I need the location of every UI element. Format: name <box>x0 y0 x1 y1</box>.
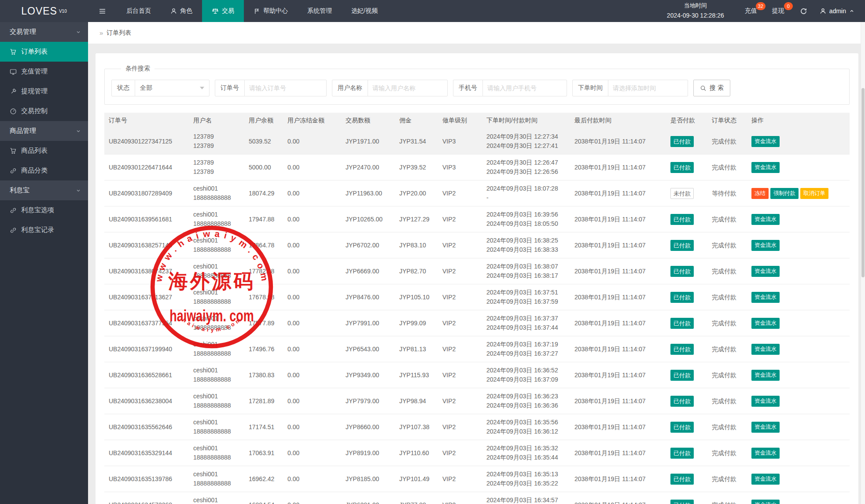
order-id-cell: UB2409031635562646 <box>104 414 189 440</box>
phone-text: 18888888888 <box>193 401 240 410</box>
funds-flow-button[interactable]: 资金流水 <box>751 474 780 485</box>
payment-status-badge: 已付款 <box>670 344 694 355</box>
user-balance-cell: 17577.89 <box>244 310 283 336</box>
funds-flow-button[interactable]: 资金流水 <box>751 500 780 504</box>
last-pay-time-cell: 2038年01月19日 11:14:07 <box>570 492 666 504</box>
user-balance-cell: 17063.91 <box>244 440 283 466</box>
user-balance-cell: 17174.51 <box>244 414 283 440</box>
funds-flow-button[interactable]: 资金流水 <box>751 162 780 173</box>
force-pay-button[interactable]: 强制付款 <box>770 188 799 199</box>
column-header: 下单时间/付款时间 <box>482 113 570 129</box>
sidebar-item-interest-options[interactable]: 利息宝选项 <box>0 200 88 220</box>
sidebar-item-withdraw-management[interactable]: 提现管理 <box>0 81 88 101</box>
funds-flow-button[interactable]: 资金流水 <box>751 396 780 407</box>
nav-item-dashboard[interactable]: 后台首页 <box>117 0 161 22</box>
order-time-cell: 2024年09月03日 16:34:572024年09月03日 16:35:05 <box>482 492 570 504</box>
user-balance-cell: 17678.98 <box>244 284 283 310</box>
table-row: UB2409031638257148ceshi00118888888888178… <box>104 232 850 258</box>
order-list-card: 条件搜索 状态 全部 订单号 用户名称 手 <box>96 53 858 504</box>
last-pay-time-cell: 2038年01月19日 11:14:07 <box>570 466 666 492</box>
funds-flow-button[interactable]: 资金流水 <box>751 448 780 459</box>
freeze-button[interactable]: 冻结 <box>751 188 769 199</box>
vip-level-cell: VIP2 <box>438 440 482 466</box>
funds-flow-button[interactable]: 资金流水 <box>751 344 780 355</box>
order-time-text: 2024年09月03日 16:34:57 <box>486 496 566 504</box>
sidebar-item-trade-control[interactable]: 交易控制 <box>0 101 88 121</box>
order-no-input[interactable] <box>245 80 326 96</box>
order-time-text: 2024年09月03日 16:37:37 <box>486 314 566 323</box>
order-no-filter-label: 订单号 <box>215 80 245 96</box>
funds-flow-button[interactable]: 资金流水 <box>751 292 780 303</box>
sidebar-toggle-button[interactable] <box>88 0 117 22</box>
table-row: UB2409031807289409ceshi00118888888888180… <box>104 180 850 206</box>
nav-item-system[interactable]: 系统管理 <box>298 0 342 22</box>
order-id-cell: UB2409301226471644 <box>104 155 189 180</box>
nav-item-roles[interactable]: 角色 <box>161 0 202 22</box>
trade-amount-cell: JYP9349.00 <box>341 362 395 388</box>
search-button[interactable]: 搜 索 <box>693 80 730 96</box>
pay-time-text: 2024年09月30日 12:27:41 <box>486 141 566 151</box>
vip-level-cell: VIP2 <box>438 336 482 362</box>
sidebar-item-label: 订单列表 <box>21 48 48 56</box>
username-text: ceshi001 <box>193 184 240 193</box>
username-text: ceshi001 <box>193 340 240 349</box>
order-status-cell: 完成付款 <box>707 362 747 388</box>
frozen-amount-cell: 0.00 <box>283 440 341 466</box>
nav-item-video[interactable]: 选妃/视频 <box>342 0 387 22</box>
sidebar-item-product-category[interactable]: 商品分类 <box>0 161 88 180</box>
table-row: UB2409031634572368ceshi00118888888888168… <box>104 492 850 504</box>
sidebar-group-interest-treasure[interactable]: 利息宝 <box>0 180 88 200</box>
username-text: ceshi001 <box>193 418 240 427</box>
nav-item-help[interactable]: 帮助中心 <box>244 0 298 22</box>
status-select[interactable]: 全部 <box>135 80 209 96</box>
topbar: LOVESV10 后台首页 角色 交易 帮助中心 系统管理 选妃/视频 当地时间… <box>0 0 865 22</box>
cancel-order-button[interactable]: 取消订单 <box>800 188 828 199</box>
phone-input[interactable] <box>483 80 567 96</box>
order-status-cell: 完成付款 <box>707 440 747 466</box>
sidebar-group-product-management[interactable]: 商品管理 <box>0 121 88 141</box>
funds-flow-button[interactable]: 资金流水 <box>751 214 780 225</box>
username-input[interactable] <box>368 80 447 96</box>
user-cell: ceshi00118888888888 <box>189 492 244 504</box>
last-pay-time-cell: 2038年01月19日 11:14:07 <box>570 440 666 466</box>
payment-status-badge: 已付款 <box>670 370 694 381</box>
funds-flow-button[interactable]: 资金流水 <box>751 422 780 433</box>
sidebar-item-order-list[interactable]: 订单列表 <box>0 42 88 62</box>
payment-status-badge: 已付款 <box>670 214 694 225</box>
sidebar-item-interest-records[interactable]: 利息宝记录 <box>0 220 88 240</box>
payment-status-badge: 已付款 <box>670 422 694 433</box>
sidebar-group-trade-management[interactable]: 交易管理 <box>0 22 88 42</box>
payment-status-cell: 已付款 <box>666 362 707 388</box>
trade-amount-cell: JYP7979.00 <box>341 388 395 414</box>
nav-item-trade[interactable]: 交易 <box>202 0 244 22</box>
admin-menu[interactable]: admin <box>820 7 854 15</box>
withdraw-link[interactable]: 提现 0 <box>772 7 784 15</box>
order-id-cell: UB2409031638257148 <box>104 232 189 258</box>
sidebar-item-recharge-management[interactable]: 充值管理 <box>0 62 88 81</box>
funds-flow-button[interactable]: 资金流水 <box>751 240 780 251</box>
scrollbar-thumb[interactable] <box>861 88 865 277</box>
payment-status-cell: 已付款 <box>666 155 707 180</box>
username-filter-label: 用户名称 <box>332 80 368 96</box>
payment-status-cell: 已付款 <box>666 232 707 258</box>
order-time-text: 2024年09月03日 16:35:56 <box>486 418 566 427</box>
funds-flow-button[interactable]: 资金流水 <box>751 266 780 277</box>
refresh-button[interactable] <box>800 7 807 15</box>
username-text: ceshi001 <box>193 288 240 297</box>
pay-time-text: 2024年09月03日 16:37:27 <box>486 349 566 358</box>
sidebar-item-product-list[interactable]: 商品列表 <box>0 141 88 161</box>
phone-text: 18888888888 <box>193 219 240 228</box>
username-text: ceshi001 <box>193 496 240 504</box>
column-header: 佣金 <box>395 113 438 129</box>
search-filters: 状态 全部 订单号 用户名称 手机号 <box>111 80 843 96</box>
trade-amount-cell: JYP10265.00 <box>341 206 395 232</box>
funds-flow-button[interactable]: 资金流水 <box>751 370 780 381</box>
order-time-input[interactable] <box>608 80 688 96</box>
column-header: 订单号 <box>104 113 189 129</box>
recharge-link[interactable]: 充值 32 <box>745 7 757 15</box>
payment-status-cell: 已付款 <box>666 414 707 440</box>
funds-flow-button[interactable]: 资金流水 <box>751 136 780 147</box>
order-id-cell: UB2409031636528661 <box>104 362 189 388</box>
status-filter-label: 状态 <box>112 80 135 96</box>
funds-flow-button[interactable]: 资金流水 <box>751 318 780 329</box>
